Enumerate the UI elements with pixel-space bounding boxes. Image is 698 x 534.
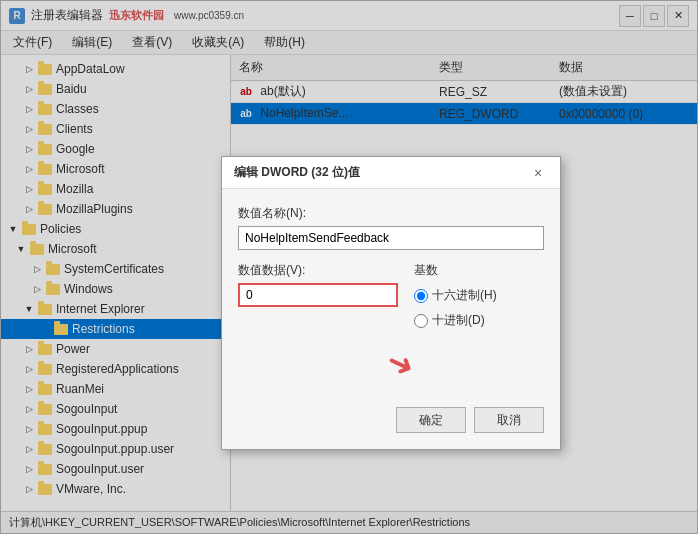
value-field-label: 数值数据(V):: [238, 262, 398, 279]
dialog-title-bar: 编辑 DWORD (32 位)值 ×: [222, 157, 560, 189]
edit-dword-dialog: 编辑 DWORD (32 位)值 × 数值名称(N): 数值数据(V): 基数 …: [221, 156, 561, 450]
arrow-container: ➜: [238, 345, 544, 383]
name-field-label: 数值名称(N):: [238, 205, 544, 222]
radio-group: 十六进制(H) 十进制(D): [414, 287, 544, 329]
form-row: 数值数据(V): 基数 十六进制(H) 十进制(D): [238, 262, 544, 329]
radio-dec-label[interactable]: 十进制(D): [414, 312, 544, 329]
dialog-close-button[interactable]: ×: [528, 163, 548, 183]
radio-hex-label[interactable]: 十六进制(H): [414, 287, 544, 304]
name-field[interactable]: [238, 226, 544, 250]
radio-hex[interactable]: [414, 289, 428, 303]
radio-dec[interactable]: [414, 314, 428, 328]
cancel-button[interactable]: 取消: [474, 407, 544, 433]
main-window: R 注册表编辑器 迅东软件园 www.pc0359.cn ─ □ ✕ 文件(F)…: [0, 0, 698, 534]
dialog-title-text: 编辑 DWORD (32 位)值: [234, 164, 360, 181]
base-col: 基数 十六进制(H) 十进制(D): [414, 262, 544, 329]
red-arrow-icon: ➜: [380, 341, 421, 387]
ok-button[interactable]: 确定: [396, 407, 466, 433]
dialog-buttons: 确定 取消: [222, 407, 560, 449]
base-label: 基数: [414, 262, 544, 279]
value-field[interactable]: [238, 283, 398, 307]
value-col: 数值数据(V):: [238, 262, 398, 307]
dialog-body: 数值名称(N): 数值数据(V): 基数 十六进制(H): [222, 189, 560, 407]
